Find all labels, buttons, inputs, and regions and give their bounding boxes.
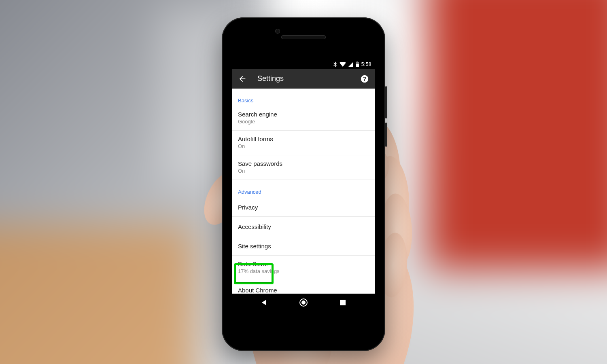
section-header-advanced: Advanced bbox=[232, 180, 375, 197]
bluetooth-icon bbox=[333, 61, 337, 67]
battery-icon bbox=[356, 61, 359, 67]
android-status-bar: 5:58 bbox=[232, 59, 375, 69]
svg-point-11 bbox=[301, 301, 306, 305]
item-subtitle: On bbox=[238, 168, 369, 174]
phone-speaker bbox=[281, 35, 326, 39]
item-title: Site settings bbox=[238, 243, 369, 250]
item-title: Save passwords bbox=[238, 160, 369, 167]
item-title: Privacy bbox=[238, 204, 369, 211]
item-subtitle: Google bbox=[238, 119, 369, 125]
item-title: Search engine bbox=[238, 111, 369, 118]
wifi-icon bbox=[340, 62, 346, 67]
settings-item-save-passwords[interactable]: Save passwords On bbox=[232, 155, 375, 180]
page-title: Settings bbox=[257, 74, 350, 83]
app-bar: Settings ? bbox=[232, 69, 375, 89]
phone-mockup: 5:58 Settings ? Basics Search engine Goo… bbox=[222, 17, 385, 351]
settings-item-site-settings[interactable]: Site settings bbox=[232, 236, 375, 256]
svg-text:?: ? bbox=[363, 76, 366, 82]
settings-item-accessibility[interactable]: Accessibility bbox=[232, 217, 375, 236]
settings-item-privacy[interactable]: Privacy bbox=[232, 197, 375, 217]
item-subtitle: On bbox=[238, 143, 369, 149]
settings-item-about-chrome[interactable]: About Chrome bbox=[232, 280, 375, 299]
settings-list: Basics Search engine Google Autofill for… bbox=[232, 89, 375, 294]
back-button[interactable] bbox=[238, 74, 247, 83]
settings-item-autofill-forms[interactable]: Autofill forms On bbox=[232, 131, 375, 155]
item-title: About Chrome bbox=[238, 287, 369, 294]
phone-side-button bbox=[385, 123, 387, 147]
item-title: Accessibility bbox=[238, 223, 369, 230]
help-button[interactable]: ? bbox=[360, 74, 369, 83]
phone-screen: 5:58 Settings ? Basics Search engine Goo… bbox=[232, 59, 375, 311]
settings-item-data-saver[interactable]: Data Saver 17% data savings bbox=[232, 256, 375, 280]
phone-camera bbox=[275, 29, 280, 34]
settings-item-search-engine[interactable]: Search engine Google bbox=[232, 106, 375, 131]
svg-rect-12 bbox=[340, 300, 346, 305]
item-title: Data Saver bbox=[238, 260, 369, 267]
section-header-basics: Basics bbox=[232, 89, 375, 106]
phone-side-button bbox=[385, 86, 387, 119]
cell-signal-icon bbox=[348, 62, 353, 67]
status-clock: 5:58 bbox=[361, 61, 371, 67]
item-subtitle: 17% data savings bbox=[238, 268, 369, 274]
item-title: Autofill forms bbox=[238, 135, 369, 142]
